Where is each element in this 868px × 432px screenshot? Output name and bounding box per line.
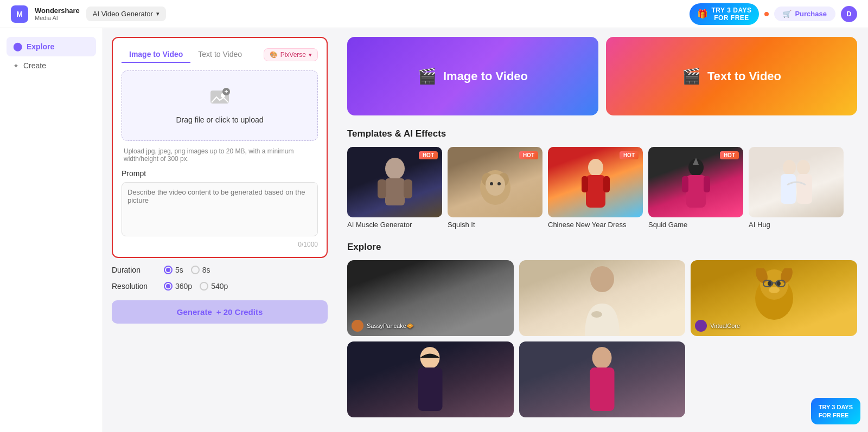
upload-area[interactable]: Drag file or click to upload [122, 70, 318, 141]
svg-rect-20 [704, 176, 710, 192]
template-sloth-name: Squish It [448, 221, 542, 229]
hot-badge-sloth: HOT [519, 151, 538, 159]
upload-hint: Upload jpg, jpeg, png images up to 20 MB… [122, 147, 318, 163]
template-hug[interactable]: AI Hug [749, 147, 844, 229]
header-left: M Wondershare Media AI AI Video Generato… [11, 5, 166, 23]
nav-tool-selector[interactable]: AI Video Generator ▾ [86, 7, 166, 21]
template-muscle[interactable]: HOT AI Muscle Generator [347, 147, 442, 229]
svg-point-22 [783, 160, 796, 175]
main-layout: ⬤ Explore ✦ Create Image to Video Text t… [0, 28, 868, 432]
resolution-options: 360p 540p [164, 282, 228, 291]
tabs-row: Image to Video Text to Video 🎨 PixVerse … [122, 47, 318, 63]
svg-rect-23 [781, 174, 796, 204]
svg-rect-41 [590, 367, 614, 411]
hero-banners: 🎬 Image to Video 🎬 Text to Video [347, 37, 857, 115]
explore-icon: ⬤ [13, 42, 22, 51]
radio-8s-dot [191, 266, 200, 274]
content-area: 🎬 Image to Video 🎬 Text to Video Templat… [336, 28, 868, 432]
explore-card-person[interactable] [519, 341, 686, 417]
explore-username-dog: VirtualCore [710, 323, 740, 329]
tab-group: Image to Video Text to Video [122, 47, 250, 63]
char-count: 0/1000 [122, 241, 318, 248]
explore-section-title: Explore [347, 242, 857, 253]
hero-img-video-icon: 🎬 [418, 67, 437, 85]
svg-point-26 [590, 266, 614, 292]
resolution-row: Resolution 360p 540p [112, 282, 328, 291]
template-sloth[interactable]: HOT Squish It [448, 147, 542, 229]
radio-360p-dot [164, 282, 173, 291]
svg-point-34 [769, 287, 780, 293]
app-logo: M [11, 5, 28, 23]
avatar[interactable]: D [841, 6, 857, 22]
resolution-360p[interactable]: 360p [164, 282, 192, 291]
pixverse-icon: 🎨 [270, 51, 278, 59]
svg-point-11 [490, 182, 493, 185]
app-header: M Wondershare Media AI AI Video Generato… [0, 0, 868, 28]
svg-rect-19 [682, 176, 688, 192]
try-free-button[interactable]: 🎁 TRY 3 DAYS FOR FREE [690, 3, 759, 25]
hero-image-to-video[interactable]: 🎬 Image to Video [347, 37, 598, 115]
prompt-textarea[interactable] [122, 182, 318, 236]
hero-txt-video-icon: 🎬 [682, 67, 701, 85]
svg-rect-18 [686, 175, 706, 208]
sidebar-item-explore[interactable]: ⬤ Explore [7, 37, 96, 56]
svg-rect-6 [404, 179, 412, 198]
svg-point-27 [591, 311, 602, 318]
svg-rect-39 [418, 367, 443, 411]
duration-row: Duration 5s 8s [112, 266, 328, 274]
create-icon: ✦ [13, 62, 19, 70]
notification-dot [764, 12, 769, 16]
radio-540p-dot [200, 282, 208, 291]
sidebar: ⬤ Explore ✦ Create [0, 28, 103, 432]
generate-button[interactable]: Generate + 20 Credits [112, 300, 328, 324]
svg-point-40 [592, 347, 611, 369]
template-squid-name: Squid Game [648, 221, 743, 229]
svg-rect-15 [582, 176, 588, 192]
templates-row: HOT AI Muscle Generator HOT [347, 147, 857, 229]
purchase-button[interactable]: 🛒 Purchase [774, 7, 835, 21]
svg-rect-4 [385, 178, 405, 205]
gift-icon: 🎁 [697, 9, 709, 19]
explore-card-asian1[interactable] [347, 341, 514, 417]
duration-8s[interactable]: 8s [191, 266, 210, 274]
explore-grid: SassyPancake🧇 VirtualCore [347, 260, 857, 417]
explore-avatar-dog [695, 320, 707, 332]
left-panel: Image to Video Text to Video 🎨 PixVerse … [103, 28, 336, 432]
sidebar-item-create[interactable]: ✦ Create [7, 56, 96, 75]
panel-card: Image to Video Text to Video 🎨 PixVerse … [112, 37, 328, 258]
tab-text-to-video[interactable]: Text to Video [190, 47, 250, 63]
pixverse-badge[interactable]: 🎨 PixVerse ▾ [264, 48, 318, 61]
svg-rect-16 [603, 176, 610, 192]
header-right: 🎁 TRY 3 DAYS FOR FREE 🛒 Purchase D [690, 3, 857, 25]
explore-card-dog[interactable]: VirtualCore [691, 260, 857, 336]
try-free-bottom-badge[interactable]: TRY 3 DAYS FOR FREE [811, 398, 860, 424]
svg-rect-5 [378, 179, 386, 198]
prompt-label: Prompt [122, 169, 318, 178]
cart-icon: 🛒 [783, 10, 792, 18]
brand-name: Wondershare Media AI [35, 7, 80, 22]
explore-card-jesus[interactable] [519, 260, 686, 336]
badge-chevron-icon: ▾ [309, 51, 312, 59]
explore-card-smoke[interactable]: SassyPancake🧇 [347, 260, 514, 336]
chevron-down-icon: ▾ [156, 10, 159, 17]
hot-badge-muscle: HOT [419, 151, 438, 159]
template-cny[interactable]: HOT Chinese New Year Dress [548, 147, 643, 229]
resolution-540p[interactable]: 540p [200, 282, 228, 291]
upload-icon [209, 87, 231, 111]
duration-5s[interactable]: 5s [164, 266, 183, 274]
hero-text-to-video[interactable]: 🎬 Text to Video [606, 37, 857, 115]
template-cny-name: Chinese New Year Dress [548, 221, 643, 229]
svg-rect-25 [797, 174, 812, 204]
template-squid[interactable]: HOT Squid Game [648, 147, 743, 229]
svg-point-3 [385, 158, 405, 179]
template-muscle-name: AI Muscle Generator [347, 221, 442, 229]
templates-section-title: Templates & AI Effects [347, 128, 857, 139]
duration-options: 5s 8s [164, 266, 210, 274]
explore-overlay-dog: VirtualCore [695, 320, 740, 332]
radio-5s-dot [164, 266, 173, 274]
tab-image-to-video[interactable]: Image to Video [122, 47, 190, 63]
svg-point-12 [497, 182, 501, 185]
svg-point-10 [486, 174, 505, 196]
template-hug-name: AI Hug [749, 221, 844, 229]
duration-label: Duration [112, 266, 155, 274]
